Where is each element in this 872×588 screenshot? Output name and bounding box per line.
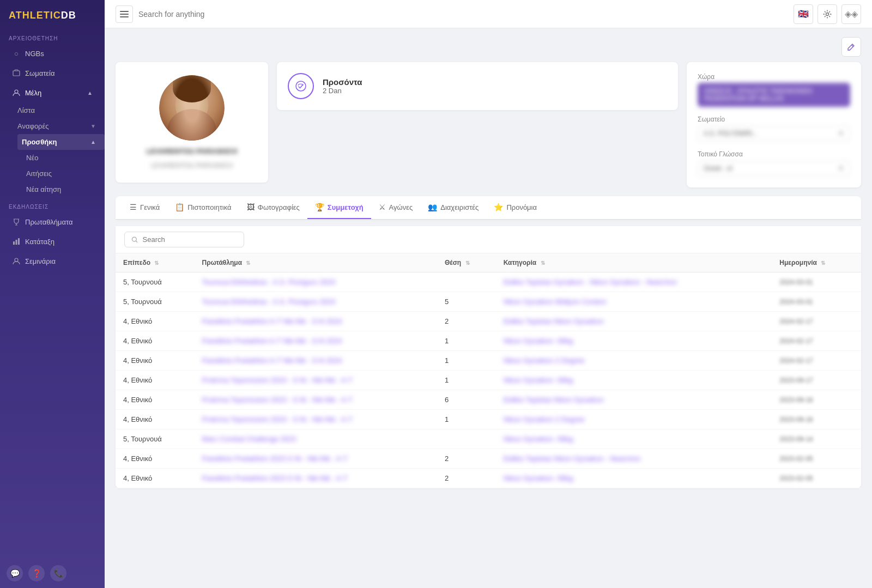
table-search-input[interactable] [143, 235, 237, 244]
sidebar-subitem-add[interactable]: Προσθήκη ▲ [17, 134, 105, 150]
settings-button[interactable] [818, 4, 837, 24]
sidebar-subitem-reports[interactable]: Αναφορές ▼ [17, 118, 105, 134]
cell-championship-5[interactable]: Prokrma Topomosion 2023 - S Ni - Nik-Nik… [195, 371, 437, 390]
cell-category-7[interactable]: Nikon Gynaikon 2 Degree [496, 410, 772, 429]
sidebar: ATHLETICDB ΑΡΧΕΙΟΘΕΤΗΣΗ ○ NGBs Σωματεία … [0, 0, 105, 588]
date-sort-icon[interactable]: ⇅ [821, 260, 825, 266]
svg-rect-8 [120, 16, 129, 17]
sidebar-subitem-new-request[interactable]: Νέα αίτηση [26, 181, 105, 197]
cell-championship-1[interactable]: Tounoua Eththeidras - A.S. Pioxiguru 202… [195, 292, 437, 312]
sidebar-item-rankings[interactable]: Κατάταξη [3, 232, 101, 251]
position-sort-icon[interactable]: ⇅ [465, 260, 470, 266]
cell-championship-9[interactable]: Panellinio Prwtathlon 2023 S Ni - Nik-Ni… [195, 449, 437, 469]
table-search-wrap [124, 232, 244, 247]
cell-championship-8[interactable]: Marc Combat Challenge 2023 [195, 429, 437, 449]
cell-championship-10[interactable]: Panellinio Prwtathlon 2023 S Ni - Nik-Ni… [195, 469, 437, 488]
cell-championship-7[interactable]: Prokrma Topomosion 2023 - S Ni - Nik-Nik… [195, 410, 437, 429]
table-row: 4, Εθνικό Prokrma Topomosion 2023 - S Ni… [116, 390, 861, 410]
svg-rect-7 [120, 14, 129, 15]
tab-participation-label: Συμμετοχή [328, 203, 364, 211]
table-section: Επίπεδο ⇅ Πρωτάθλημα ⇅ Θέση ⇅ [116, 226, 861, 488]
cell-level-8: 5, Τουρνουά [116, 429, 195, 449]
level-sort-icon[interactable]: ⇅ [154, 260, 159, 266]
cell-level-1: 5, Τουρνουά [116, 292, 195, 312]
cell-category-1[interactable]: Nikon Gynaikon Midijum Conteni [496, 292, 772, 312]
tab-participation[interactable]: 🏆 Συμμετοχή [307, 196, 371, 219]
cell-level-9: 4, Εθνικό [116, 449, 195, 469]
cell-category-9[interactable]: Eidikis Tayteias Nikon Gynaikon - Nearch… [496, 449, 772, 469]
tab-managers[interactable]: 👥 Διαχειριστές [420, 196, 486, 219]
category-sort-icon[interactable]: ⇅ [541, 260, 545, 266]
cell-level-10: 4, Εθνικό [116, 469, 195, 488]
cell-date-2: 2024-02-17 [772, 312, 861, 331]
cell-category-3[interactable]: Nikon Gynaikon -58kg [496, 331, 772, 351]
language-button[interactable]: 🇬🇧 [794, 4, 813, 24]
tab-privileges[interactable]: ⭐ Προνόμια [486, 196, 544, 219]
cell-date-5: 2023-09-17 [772, 371, 861, 390]
locale-label: Τοπικό Γλώσσα [698, 150, 850, 158]
phone-icon-btn[interactable]: 📞 [50, 565, 66, 581]
country-label: Χώρα [698, 73, 850, 81]
games-tab-icon: ⚔ [379, 203, 386, 211]
sidebar-subitem-new[interactable]: Νέο [26, 150, 105, 166]
sidebar-subitem-list[interactable]: Λίστα [17, 102, 105, 118]
sidebar-subitem-list-label: Λίστα [17, 106, 35, 114]
edit-btn-wrap [116, 37, 861, 57]
cell-championship-6[interactable]: Prokrma Topomosion 2023 - S Ni - Nik-Nik… [195, 390, 437, 410]
cell-championship-2[interactable]: Panellinio Prwtathlon A-T Nik-Nik - S-N … [195, 312, 437, 331]
cell-category-10[interactable]: Nikon Gynaikon -58kg [496, 469, 772, 488]
flag-icon: 🇬🇧 [798, 9, 809, 19]
add-submenu: Νέο Αιτήσεις Νέα αίτηση [17, 150, 105, 197]
logo-db: DB [61, 10, 76, 21]
sidebar-item-seminars[interactable]: Σεμινάρια [3, 252, 101, 270]
table-row: 4, Εθνικό Panellinio Prwtathlon 2023 S N… [116, 449, 861, 469]
privileges-tab-icon: ⭐ [494, 203, 503, 211]
cell-category-4[interactable]: Nikon Gynaikon 2 Degree [496, 351, 772, 371]
chat-icon-btn[interactable]: 💬 [7, 565, 23, 581]
tab-general[interactable]: ☰ Γενικά [122, 196, 167, 219]
logo: ATHLETICDB [0, 0, 105, 29]
participation-table: Επίπεδο ⇅ Πρωτάθλημα ⇅ Θέση ⇅ [116, 253, 861, 488]
sidebar-item-ngbs[interactable]: ○ NGBs [3, 44, 101, 63]
edit-button[interactable] [841, 37, 861, 57]
cell-category-8[interactable]: Nikon Gynaikon -58kg [496, 429, 772, 449]
cell-position-5: 1 [437, 371, 496, 390]
locale-select[interactable]: Greek - el ▼ [698, 160, 850, 177]
championships-icon [12, 217, 21, 226]
help-icon-btn[interactable]: ❓ [28, 565, 45, 581]
menu-toggle-button[interactable] [116, 5, 133, 23]
sidebar-item-clubs[interactable]: Σωματεία [3, 64, 101, 82]
table-row: 4, Εθνικό Panellinio Prwtathlon 2023 S N… [116, 469, 861, 488]
cell-category-5[interactable]: Nikon Gynaikon -58kg [496, 371, 772, 390]
svg-point-10 [296, 81, 306, 91]
sidebar-item-members[interactable]: Μέλη ▲ [3, 83, 101, 102]
cell-championship-4[interactable]: Panellinio Prwtathlon A-T Nik-Nik - S-N … [195, 351, 437, 371]
sidebar-item-rankings-label: Κατάταξη [25, 238, 55, 246]
championship-sort-icon[interactable]: ⇅ [246, 260, 250, 266]
tab-certs[interactable]: 📋 Πιστοποιητικά [167, 196, 239, 219]
cell-level-7: 4, Εθνικό [116, 410, 195, 429]
avatar-wrap [159, 75, 225, 141]
tab-games-label: Αγώνες [389, 203, 413, 211]
sidebar-item-ngbs-label: NGBs [25, 50, 44, 58]
clubs-icon [12, 69, 21, 77]
more-button[interactable]: ◈◈ [841, 4, 861, 24]
cell-category-6[interactable]: Eidikis Tayteias Nikon Gynaikon [496, 390, 772, 410]
cell-championship-3[interactable]: Panellinio Prwtathlon A-T Nik-Nik - S-N … [195, 331, 437, 351]
table-row: 5, Τουρνουά Tounoua Eththeidras - A.S. P… [116, 292, 861, 312]
cell-category-2[interactable]: Eidikis Tayteias Nikon Gynaikon [496, 312, 772, 331]
sidebar-item-championships[interactable]: Πρωταθλήματα [3, 213, 101, 231]
cell-category-0[interactable]: Eidikis Tayteias Gynaikon - Nikon Gynaik… [496, 272, 772, 292]
search-input[interactable] [138, 10, 788, 19]
cell-date-4: 2024-02-17 [772, 351, 861, 371]
add-expand-icon: ▲ [90, 139, 96, 145]
tab-games[interactable]: ⚔ Αγώνες [371, 196, 421, 219]
cell-level-5: 4, Εθνικό [116, 371, 195, 390]
sidebar-item-clubs-label: Σωματεία [25, 69, 55, 77]
tab-photos[interactable]: 🖼 Φωτογραφίες [239, 196, 307, 219]
col-level: Επίπεδο ⇅ [116, 253, 195, 272]
sidebar-subitem-requests[interactable]: Αιτήσεις [26, 166, 105, 181]
tabs-row: ☰ Γενικά 📋 Πιστοποιητικά 🖼 Φωτογραφίες 🏆… [116, 196, 861, 220]
cell-championship-0[interactable]: Tounoua Eththeidras - A.S. Pioxiguru 202… [195, 272, 437, 292]
club-select[interactable]: A.S. POLYDWRI... ▼ [698, 125, 850, 142]
